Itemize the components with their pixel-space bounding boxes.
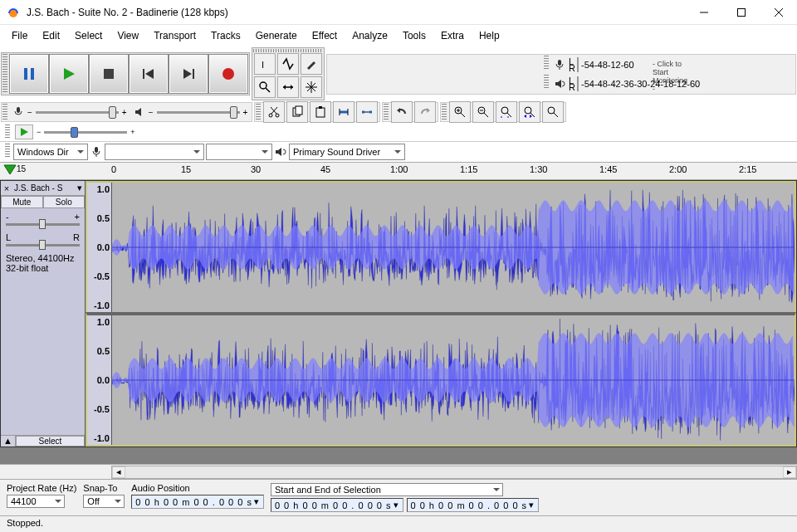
grip-icon[interactable] — [5, 144, 10, 159]
plus-label: + — [130, 128, 134, 136]
waveform-left-channel[interactable] — [112, 183, 795, 312]
scroll-left-button[interactable]: ◂ — [112, 466, 125, 478]
track-format-info: Stereo, 44100Hz 32-bit float — [1, 250, 85, 276]
menu-help[interactable]: Help — [472, 28, 506, 43]
minus-label: − — [27, 108, 32, 117]
fit-project-button[interactable] — [519, 101, 540, 123]
svg-marker-43 — [397, 108, 400, 113]
svg-point-29 — [269, 114, 272, 117]
menu-select[interactable]: Select — [68, 28, 109, 43]
zoom-toggle-button[interactable] — [542, 101, 564, 123]
fit-selection-button[interactable] — [496, 101, 517, 123]
menu-generate[interactable]: Generate — [249, 28, 304, 43]
zoom-in-button[interactable] — [449, 101, 471, 123]
svg-rect-24 — [558, 60, 561, 66]
close-button[interactable] — [760, 0, 797, 25]
recording-meter[interactable]: -54 -48 - Click to Start Monitoring - -1… — [577, 57, 579, 72]
menu-tracks[interactable]: Tracks — [204, 28, 247, 43]
gain-slider[interactable] — [6, 223, 80, 226]
redo-button[interactable] — [414, 101, 436, 123]
menu-analyze[interactable]: Analyze — [345, 28, 394, 43]
microphone-icon[interactable] — [552, 57, 567, 72]
playback-volume-slider[interactable] — [157, 111, 240, 114]
record-button[interactable] — [208, 54, 248, 94]
grip-icon[interactable] — [544, 75, 549, 90]
amplitude-axis: 1.00.50.0-0.5-1.0 — [87, 183, 112, 312]
cut-button[interactable] — [263, 101, 285, 123]
draw-tool[interactable] — [301, 53, 322, 75]
grip-icon[interactable] — [442, 104, 447, 120]
grip-icon[interactable] — [5, 124, 10, 139]
track-menu-button[interactable]: ▾ — [75, 183, 85, 193]
svg-line-31 — [271, 107, 277, 114]
grip-icon[interactable] — [544, 56, 549, 71]
timeline-neg-label: 15 — [17, 164, 26, 173]
recording-volume-slider[interactable] — [36, 111, 119, 114]
copy-button[interactable] — [286, 101, 308, 123]
track-select-button[interactable]: Select — [16, 436, 85, 447]
meter-toolbar: LR -54 -48 - Click to Start Monitoring -… — [326, 54, 796, 95]
meter-lr-label: LR — [569, 77, 575, 90]
maximize-button[interactable] — [722, 0, 760, 25]
stop-button[interactable] — [89, 54, 129, 94]
collapse-button[interactable]: ▲ — [1, 436, 16, 447]
snap-to-select[interactable]: Off — [83, 495, 125, 508]
zoom-toolbar — [440, 102, 566, 122]
minus-label: − — [37, 128, 41, 136]
grip-icon[interactable] — [2, 54, 7, 94]
speaker-icon[interactable] — [552, 76, 567, 91]
zoom-out-button[interactable] — [472, 101, 494, 123]
menu-transport[interactable]: Transport — [147, 28, 203, 43]
svg-line-61 — [554, 113, 558, 117]
audio-host-select[interactable]: Windows Dir — [13, 144, 88, 160]
audio-position-input[interactable]: 0 0 h 0 0 m 0 0 . 0 0 0 s▾ — [131, 495, 264, 509]
mute-button[interactable]: Mute — [1, 196, 43, 208]
trim-button[interactable] — [333, 101, 354, 123]
pause-button[interactable] — [9, 54, 49, 94]
pan-slider[interactable] — [6, 244, 80, 246]
playback-meter[interactable]: -54 -48 -42 -36 -30 -24 -18 -12 -6 0 — [577, 76, 579, 91]
multi-tool[interactable] — [301, 76, 322, 98]
svg-rect-27 — [17, 107, 20, 113]
grip-icon[interactable] — [256, 104, 261, 120]
zoom-tool[interactable] — [254, 76, 276, 98]
waveform-right-channel[interactable] — [112, 315, 795, 445]
grip-icon[interactable] — [2, 104, 7, 120]
svg-marker-28 — [135, 108, 141, 116]
menu-file[interactable]: File — [5, 28, 34, 43]
track-name[interactable]: J.S. Bach - S — [12, 183, 75, 193]
track-close-button[interactable]: × — [1, 183, 12, 193]
menu-edit[interactable]: Edit — [36, 28, 66, 43]
svg-point-15 — [260, 82, 266, 89]
selection-end-input[interactable]: 0 0 h 0 0 m 0 0 . 0 0 0 s▾ — [407, 498, 540, 512]
selection-tool[interactable]: I — [254, 53, 276, 75]
playback-speed-slider[interactable] — [44, 131, 127, 134]
timeline-ruler[interactable]: 15 01530451:001:151:301:452:002:15 — [0, 162, 797, 180]
selection-start-input[interactable]: 0 0 h 0 0 m 0 0 . 0 0 0 s▾ — [271, 498, 403, 512]
scroll-right-button[interactable]: ▸ — [783, 466, 796, 478]
minimize-button[interactable] — [685, 0, 722, 25]
menu-tools[interactable]: Tools — [396, 28, 433, 43]
menu-bar: File Edit Select View Transport Tracks G… — [0, 25, 797, 46]
recording-device-select[interactable] — [105, 144, 204, 160]
playhead-icon[interactable] — [3, 164, 17, 178]
skip-end-button[interactable] — [169, 54, 208, 94]
menu-view[interactable]: View — [110, 28, 145, 43]
grip-icon[interactable] — [384, 104, 389, 120]
playback-device-select[interactable]: Primary Sound Driver — [289, 144, 405, 160]
recording-channels-select[interactable] — [206, 144, 272, 160]
paste-button[interactable] — [310, 101, 331, 123]
undo-button[interactable] — [391, 101, 413, 123]
play-at-speed-button[interactable] — [15, 124, 33, 139]
menu-effect[interactable]: Effect — [306, 28, 344, 43]
menu-extra[interactable]: Extra — [434, 28, 471, 43]
project-rate-select[interactable]: 44100 — [7, 495, 65, 508]
envelope-tool[interactable] — [277, 53, 299, 75]
skip-start-button[interactable] — [129, 54, 169, 94]
horizontal-scrollbar[interactable]: ◂ ▸ — [0, 464, 797, 479]
timeshift-tool[interactable] — [277, 76, 299, 98]
selection-mode-select[interactable]: Start and End of Selection — [271, 483, 503, 496]
silence-button[interactable] — [356, 101, 378, 123]
solo-button[interactable]: Solo — [43, 196, 86, 208]
play-button[interactable] — [49, 54, 89, 94]
